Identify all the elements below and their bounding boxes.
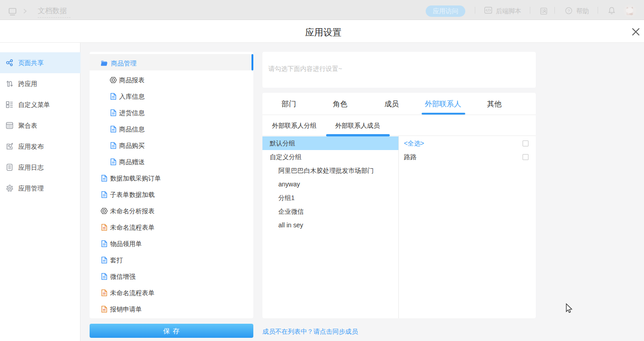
svg-text:?: ? <box>568 8 570 13</box>
